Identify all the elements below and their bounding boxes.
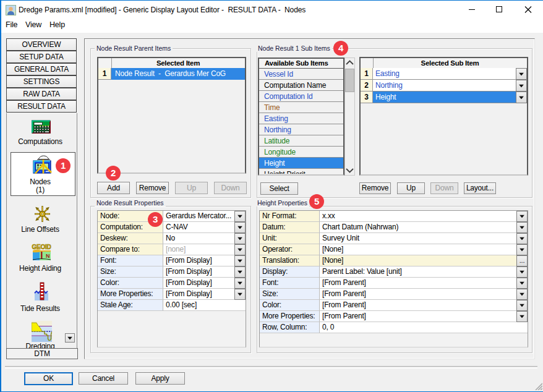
svg-text:N: N (46, 253, 49, 259)
svg-text:GEOID: GEOID (32, 244, 51, 250)
